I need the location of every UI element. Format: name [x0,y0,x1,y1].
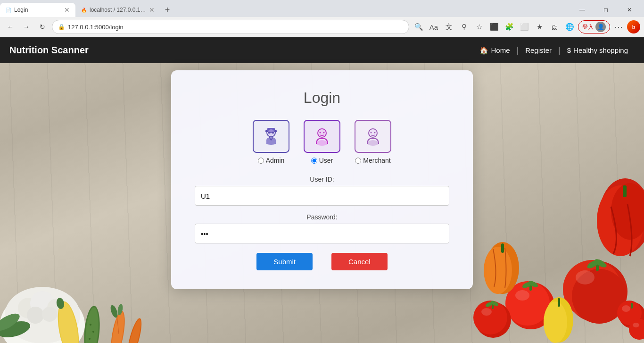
svg-point-74 [374,132,376,134]
profile-label: 登入 [582,23,594,31]
role-admin-radio[interactable] [258,158,264,164]
svg-point-5 [27,307,44,324]
svg-point-37 [515,290,529,301]
svg-point-68 [320,132,321,134]
role-admin-label[interactable]: Admin [258,157,285,164]
restore-button[interactable]: ◻ [595,3,617,17]
role-icon-user[interactable] [304,120,340,153]
cancel-button[interactable]: Cancel [331,253,388,270]
svg-point-43 [481,308,492,316]
userid-label: User ID: [195,176,449,183]
role-selector: Admin [195,120,449,164]
brave-icon[interactable]: b [627,20,640,33]
navbar-brand: Nutrition Scanner [9,45,473,56]
role-icon-admin[interactable] [253,120,289,153]
svg-rect-64 [272,132,274,134]
role-merchant-text: Merchant [363,157,390,164]
nav-register[interactable]: Register [519,46,558,54]
login-card: Login [171,70,473,289]
favorites-bar-icon[interactable]: ★ [533,20,546,33]
new-tab-button[interactable]: + [160,3,174,17]
nav-healthy-label: Healthy shopping [573,46,628,54]
close-button[interactable]: ✕ [619,3,640,17]
copilot-icon[interactable]: 🌐 [563,20,576,33]
more-options-button[interactable]: ⋯ [612,20,625,33]
password-form-group: Password: [195,213,449,243]
veg-decoration-right [465,178,644,343]
tab-close-btn[interactable]: ✕ [64,6,70,14]
favorites-icon[interactable]: ☆ [472,20,486,33]
role-merchant-radio[interactable] [355,158,361,164]
form-actions: Submit Cancel [195,253,449,270]
nav-healthy[interactable]: $ Healthy shopping [561,46,635,54]
userid-form-group: User ID: [195,176,449,206]
role-item-user: User [304,120,340,164]
toolbar-icons: 🔍 Aa 文 ⚲ ☆ ⬛ 🧩 ⬜ ★ 🗂 🌐 登入 👤 ⋯ b [412,20,640,33]
address-text: 127.0.0.1:5000/login [68,24,124,31]
role-merchant-label[interactable]: Merchant [355,157,390,164]
role-admin-text: Admin [266,157,285,164]
svg-point-15 [92,331,94,333]
svg-point-51 [544,301,567,343]
svg-rect-63 [268,132,271,134]
role-user-radio[interactable] [311,158,317,164]
read-aloud-icon[interactable]: Aa [427,20,440,33]
navbar: Nutrition Scanner 🏠 Home | Register | $ … [0,37,644,63]
login-title: Login [195,89,449,107]
svg-point-75 [367,140,379,146]
extensions-icon[interactable]: 🧩 [503,20,516,33]
submit-button[interactable]: Submit [256,253,313,270]
profile-avatar: 👤 [595,22,606,32]
nav-register-label: Register [525,46,552,54]
role-item-merchant: Merchant [355,120,391,164]
veg-decoration-left [0,202,151,343]
minimize-button[interactable]: — [571,3,593,17]
tab-login[interactable]: 📄 Login ✕ [0,3,75,17]
reload-button[interactable]: ↻ [36,20,49,33]
svg-point-6 [42,307,57,322]
svg-point-48 [484,247,512,294]
tab-login-icon: 📄 [6,8,11,13]
tab-login-label: Login [14,7,28,13]
profile-button[interactable]: 登入 👤 [578,20,610,33]
browser-chrome: 📄 Login ✕ 🔥 localhost / 127.0.0.1 / fyp … [0,0,644,37]
translate-icon[interactable]: 文 [442,20,455,33]
role-item-admin: Admin [253,120,289,164]
role-user-label[interactable]: User [311,157,333,164]
svg-point-14 [90,324,91,326]
svg-point-70 [316,140,328,146]
svg-point-73 [371,132,372,134]
svg-rect-49 [501,243,504,253]
role-user-text: User [319,157,333,164]
svg-rect-27 [623,185,627,197]
svg-point-55 [622,305,630,312]
tab-fyp-label: localhost / 127.0.0.1 / fyp / acco... [90,7,146,13]
svg-point-31 [576,270,594,284]
window-controls: — ◻ ✕ [571,3,644,17]
forward-button[interactable]: → [20,20,33,33]
zoom-icon[interactable]: ⚲ [457,20,471,33]
tab-fyp-icon: 🔥 [81,8,87,13]
search-icon[interactable]: 🔍 [412,20,425,33]
back-button[interactable]: ← [4,20,17,33]
home-icon: 🏠 [479,46,488,55]
password-input[interactable] [195,224,449,243]
tab-fyp-close-btn[interactable]: ✕ [149,6,155,14]
tab-fyp[interactable]: 🔥 localhost / 127.0.0.1 / fyp / acco... … [75,3,160,17]
page-wrapper: Nutrition Scanner 🏠 Home | Register | $ … [0,37,644,343]
role-icon-merchant[interactable] [355,120,391,153]
tab-bar: 📄 Login ✕ 🔥 localhost / 127.0.0.1 / fyp … [0,0,644,17]
address-bar[interactable]: 🔒 127.0.0.1:5000/login [52,20,409,34]
lock-icon: 🔒 [58,24,65,30]
screen-cast-icon[interactable]: ⬛ [487,20,501,33]
svg-rect-56 [631,303,633,309]
svg-point-16 [89,338,91,340]
userid-input[interactable] [195,186,449,206]
split-screen-icon[interactable]: ⬜ [518,20,531,33]
dollar-icon: $ [567,46,571,54]
collections-icon[interactable]: 🗂 [548,20,561,33]
svg-point-69 [323,132,325,134]
password-label: Password: [195,213,449,221]
nav-home[interactable]: 🏠 Home [473,46,516,55]
svg-rect-52 [558,298,560,307]
